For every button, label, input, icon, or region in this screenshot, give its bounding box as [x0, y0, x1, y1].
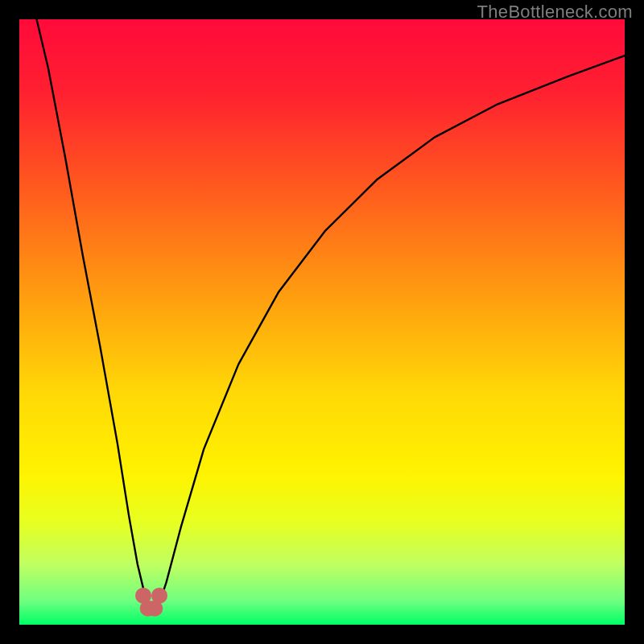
plot-frame	[10, 10, 634, 634]
chart-stage: TheBottleneck.com	[0, 0, 644, 644]
gradient-background	[19, 19, 625, 625]
plot-area	[19, 19, 625, 625]
plot-svg	[19, 19, 625, 625]
valley-marker-3	[151, 588, 167, 604]
